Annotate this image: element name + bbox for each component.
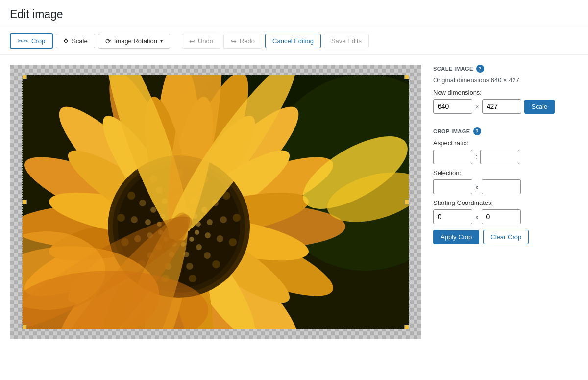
svg-point-67 bbox=[207, 219, 213, 225]
scale-times-symbol: × bbox=[475, 103, 479, 110]
redo-icon: ↪ bbox=[231, 37, 237, 45]
svg-point-42 bbox=[229, 238, 237, 246]
scale-button[interactable]: ✥ Scale bbox=[56, 34, 95, 48]
new-dimensions-label: New dimensions: bbox=[433, 89, 578, 96]
save-edits-button[interactable]: Save Edits bbox=[324, 34, 369, 48]
crop-handle-bottom-left[interactable] bbox=[22, 325, 27, 329]
clear-crop-button[interactable]: Clear Crop bbox=[483, 230, 529, 244]
crop-footer-buttons: Apply Crop Clear Crop bbox=[433, 230, 578, 244]
svg-point-62 bbox=[139, 200, 146, 206]
svg-point-56 bbox=[204, 252, 211, 259]
main-content: SCALE IMAGE ? Original dimensions 640 × … bbox=[0, 55, 588, 349]
svg-point-75 bbox=[150, 207, 156, 213]
coord-x-input[interactable] bbox=[433, 209, 472, 224]
svg-point-57 bbox=[186, 263, 193, 270]
chevron-down-icon: ▾ bbox=[160, 38, 163, 44]
crop-icon: ✂ bbox=[18, 37, 28, 45]
undo-button[interactable]: ↩ Undo bbox=[182, 34, 220, 49]
scale-icon: ✥ bbox=[63, 37, 69, 45]
rotate-icon: ⟳ bbox=[105, 37, 111, 45]
image-rotation-button[interactable]: ⟳ Image Rotation ▾ bbox=[98, 34, 170, 49]
crop-button[interactable]: ✂ Crop bbox=[10, 33, 53, 49]
aspect-width-input[interactable] bbox=[433, 150, 472, 164]
svg-point-74 bbox=[145, 219, 151, 225]
scale-width-input[interactable] bbox=[433, 99, 472, 114]
aspect-colon: : bbox=[475, 153, 477, 161]
aspect-ratio-label: Aspect ratio: bbox=[433, 139, 578, 147]
svg-point-61 bbox=[131, 216, 138, 223]
crop-handle-bottom-right[interactable] bbox=[404, 325, 409, 329]
apply-crop-button[interactable]: Apply Crop bbox=[433, 230, 479, 244]
undo-icon: ↩ bbox=[189, 37, 195, 45]
original-dimensions-text: Original dimensions 640 × 427 bbox=[433, 76, 578, 84]
svg-point-81 bbox=[195, 230, 199, 235]
svg-point-41 bbox=[233, 214, 241, 222]
coord-y-input[interactable] bbox=[482, 209, 521, 224]
toolbar: ✂ Crop ✥ Scale ⟳ Image Rotation ▾ ↩ Undo… bbox=[0, 27, 588, 55]
svg-point-69 bbox=[196, 244, 202, 250]
aspect-height-input[interactable] bbox=[480, 150, 519, 164]
svg-point-54 bbox=[220, 216, 227, 223]
crop-handle-mid-left[interactable] bbox=[22, 200, 27, 204]
starting-coords-label: Starting Coordinates: bbox=[433, 199, 578, 206]
selection-row: x bbox=[433, 179, 578, 194]
scale-section-title: SCALE IMAGE ? bbox=[433, 65, 578, 73]
dimension-row: × Scale bbox=[433, 99, 578, 114]
coords-row: x bbox=[433, 209, 578, 224]
crop-help-icon[interactable]: ? bbox=[473, 127, 481, 135]
scale-apply-button[interactable]: Scale bbox=[524, 100, 555, 114]
page-title: Edit image bbox=[10, 8, 578, 21]
crop-image-container[interactable] bbox=[22, 75, 409, 329]
scale-height-input[interactable] bbox=[482, 99, 521, 114]
image-canvas-wrapper bbox=[10, 65, 421, 339]
svg-point-44 bbox=[189, 275, 196, 282]
svg-point-48 bbox=[117, 214, 125, 222]
page-header: Edit image bbox=[0, 0, 588, 27]
selection-label: Selection: bbox=[433, 169, 578, 177]
crop-handle-top-left[interactable] bbox=[22, 75, 27, 79]
crop-handle-mid-right[interactable] bbox=[404, 200, 409, 204]
crop-section-title: CROP IMAGE ? bbox=[433, 127, 578, 135]
redo-button[interactable]: ↪ Redo bbox=[223, 34, 262, 49]
selection-width-input[interactable] bbox=[433, 179, 472, 194]
cancel-editing-button[interactable]: Cancel Editing bbox=[265, 34, 321, 48]
scale-image-section: SCALE IMAGE ? Original dimensions 640 × … bbox=[433, 65, 578, 114]
svg-point-55 bbox=[217, 235, 223, 242]
coords-times-symbol: x bbox=[475, 213, 479, 221]
crop-image-section: CROP IMAGE ? Aspect ratio: : Selection: … bbox=[433, 127, 578, 244]
sunflower-image bbox=[22, 75, 409, 329]
svg-point-43 bbox=[212, 260, 220, 268]
selection-times-symbol: x bbox=[475, 183, 479, 191]
right-panel: SCALE IMAGE ? Original dimensions 640 × … bbox=[433, 65, 578, 339]
selection-height-input[interactable] bbox=[482, 179, 521, 194]
crop-handle-top-right[interactable] bbox=[404, 75, 409, 79]
aspect-ratio-row: : bbox=[433, 150, 578, 164]
svg-point-68 bbox=[205, 232, 211, 238]
svg-point-82 bbox=[189, 237, 194, 242]
svg-point-49 bbox=[127, 192, 135, 200]
scale-help-icon[interactable]: ? bbox=[476, 65, 484, 73]
